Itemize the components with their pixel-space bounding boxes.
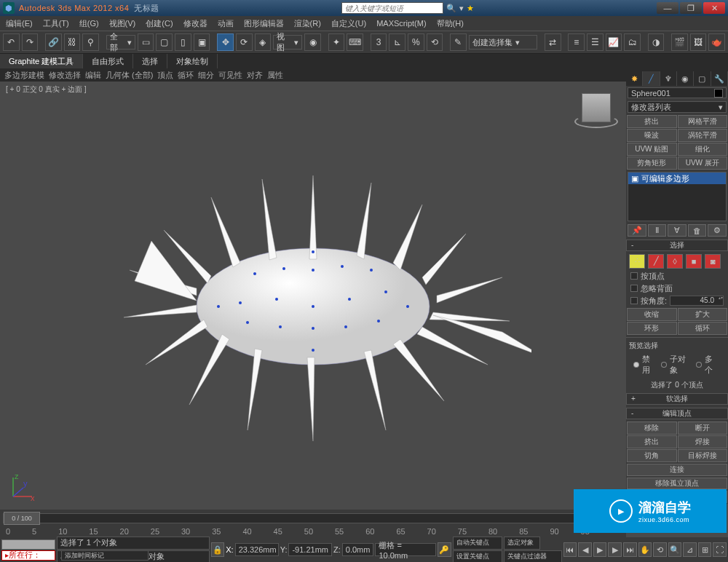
- axis-gizmo[interactable]: zxy: [7, 473, 36, 502]
- menu-customize[interactable]: 自定义(U): [331, 18, 366, 29]
- mod-extrude[interactable]: 挤出: [627, 115, 677, 128]
- nav-max-button[interactable]: ⛶: [713, 542, 727, 557]
- select-button[interactable]: ▭: [138, 33, 154, 51]
- nav-zoom-button[interactable]: 🔍: [668, 542, 682, 557]
- schematic-view-button[interactable]: 🗂: [624, 33, 641, 51]
- radio-subobj[interactable]: [661, 362, 667, 368]
- refcoord-dropdown[interactable]: 视图▾: [273, 35, 302, 50]
- selkey-dropdown[interactable]: 选定对象: [504, 537, 540, 550]
- tab-utilities[interactable]: 🔧: [711, 71, 728, 86]
- keyboard-shortcut-button[interactable]: ⌨: [347, 33, 363, 51]
- favorite-icon[interactable]: ★: [467, 4, 474, 13]
- time-tag-icon[interactable]: 🔑: [438, 542, 451, 557]
- addtime-field[interactable]: 添加时间标记: [61, 550, 149, 561]
- subobj-border[interactable]: ◊: [667, 254, 683, 269]
- shrink-button[interactable]: 收缩: [627, 308, 677, 321]
- maximize-button[interactable]: ❐: [680, 2, 702, 14]
- nav-orbit-button[interactable]: ⟲: [653, 542, 667, 557]
- curve-editor-button[interactable]: 📈: [606, 33, 622, 51]
- named-selection-dropdown[interactable]: 创建选择集▾: [469, 35, 537, 50]
- ribbon-tab-selection[interactable]: 选择: [133, 54, 167, 68]
- menu-views[interactable]: 视图(V): [109, 18, 136, 29]
- show-end-button[interactable]: Ⅱ: [648, 224, 667, 237]
- mod-turbosmooth[interactable]: 涡轮平滑: [678, 129, 728, 142]
- close-button[interactable]: ✕: [703, 2, 725, 14]
- select-scale-button[interactable]: ◈: [255, 33, 272, 51]
- mod-noise[interactable]: 噪波: [627, 129, 677, 142]
- pin-stack-button[interactable]: 📌: [628, 224, 646, 237]
- subobj-element[interactable]: ◙: [705, 254, 721, 269]
- pivot-button[interactable]: ◉: [304, 33, 321, 51]
- link-button[interactable]: 🔗: [45, 33, 62, 51]
- coord-x-field[interactable]: 23.326mm: [235, 543, 279, 556]
- modifier-list-dropdown[interactable]: 修改器列表▾: [628, 101, 727, 113]
- stack-item-editablepoly[interactable]: ▣可编辑多边形: [628, 173, 726, 184]
- menu-create[interactable]: 创建(C): [146, 18, 173, 29]
- menu-help[interactable]: 帮助(H): [437, 18, 464, 29]
- undo-button[interactable]: ↶: [3, 33, 20, 51]
- remove-button[interactable]: 移除: [627, 422, 677, 435]
- menu-group[interactable]: 组(G): [79, 18, 99, 29]
- select-name-button[interactable]: ▢: [156, 33, 173, 51]
- grow-button[interactable]: 扩大: [678, 308, 728, 321]
- select-move-button[interactable]: ✥: [217, 33, 234, 51]
- mod-uvwmap[interactable]: UVW 贴图: [627, 143, 677, 156]
- subtab-loop[interactable]: 循环: [178, 70, 194, 81]
- targetweld-button[interactable]: 目标焊接: [678, 449, 728, 462]
- percent-snap-button[interactable]: %: [408, 33, 424, 51]
- next-frame-button[interactable]: ▶: [608, 542, 622, 557]
- edit-named-sel-button[interactable]: ✎: [450, 33, 467, 51]
- tab-hierarchy[interactable]: ♆: [660, 71, 677, 86]
- bind-button[interactable]: ⚲: [82, 33, 99, 51]
- dropdown-icon[interactable]: ▾: [459, 4, 464, 13]
- tab-modify[interactable]: ╱: [643, 71, 660, 86]
- menu-edit[interactable]: 编辑(E): [6, 18, 33, 29]
- setkey-button[interactable]: 设置关键点: [453, 550, 502, 563]
- rollout-softsel[interactable]: 软选择: [626, 393, 728, 405]
- layers-button[interactable]: ☰: [587, 33, 604, 51]
- coord-y-field[interactable]: -91.21mm: [288, 543, 332, 556]
- snap-toggle-button[interactable]: 3: [371, 33, 387, 51]
- subobj-edge[interactable]: ╱: [648, 254, 664, 269]
- mirror-button[interactable]: ⇄: [545, 33, 561, 51]
- mod-meshsmooth[interactable]: 网格平滑: [678, 115, 728, 128]
- coord-z-field[interactable]: 0.0mm: [342, 543, 374, 556]
- menu-animation[interactable]: 动画: [218, 18, 234, 29]
- play-button[interactable]: ▶: [593, 542, 607, 557]
- nav-fov-button[interactable]: ⊿: [683, 542, 697, 557]
- ribbon-tab-freeform[interactable]: 自由形式: [83, 54, 133, 68]
- modifier-stack[interactable]: ▣可编辑多边形: [628, 172, 727, 221]
- check-byangle[interactable]: [630, 297, 638, 304]
- config-sets-button[interactable]: ⚙: [708, 224, 727, 237]
- subobj-vertex[interactable]: ∴: [629, 254, 645, 269]
- manipulate-button[interactable]: ✦: [328, 33, 345, 51]
- rollout-editverts[interactable]: 编辑顶点: [626, 408, 728, 419]
- check-ignoreback[interactable]: 忽略背面: [626, 282, 728, 295]
- object-name-field[interactable]: Sphere001: [628, 87, 727, 98]
- menu-maxscript[interactable]: MAXScript(M): [376, 19, 426, 28]
- time-slider-thumb[interactable]: 0 / 100: [4, 512, 40, 525]
- break-button[interactable]: 断开: [678, 422, 728, 435]
- subtab-properties[interactable]: 属性: [267, 70, 283, 81]
- loop-button[interactable]: 循环: [678, 322, 728, 335]
- select-rotate-button[interactable]: ⟳: [236, 33, 253, 51]
- material-editor-button[interactable]: ◑: [648, 33, 665, 51]
- subtab-vertex[interactable]: 顶点: [157, 70, 173, 81]
- app-logo-icon[interactable]: ⬢: [3, 2, 15, 14]
- time-slider[interactable]: 0 / 100: [0, 510, 626, 527]
- nav-zoom-ext-button[interactable]: ⊞: [698, 542, 712, 557]
- angle-snap-button[interactable]: ⊾: [389, 33, 405, 51]
- ring-button[interactable]: 环形: [627, 322, 677, 335]
- menu-rendering[interactable]: 渲染(R): [294, 18, 321, 29]
- viewport[interactable]: [ + 0 正交 0 真实 + 边面 ]: [0, 82, 626, 510]
- menu-tools[interactable]: 工具(T): [43, 18, 69, 29]
- autokey-button[interactable]: 自动关键点: [453, 537, 502, 550]
- angle-spinner[interactable]: 45.0: [670, 296, 724, 306]
- selection-filter-dropdown[interactable]: 全部▾: [106, 35, 135, 50]
- subtab-edit[interactable]: 编辑: [85, 70, 101, 81]
- tab-motion[interactable]: ◉: [677, 71, 694, 86]
- window-crossing-button[interactable]: ▣: [194, 33, 210, 51]
- keyfilter-button[interactable]: 关键点过滤器: [504, 550, 562, 563]
- redo-button[interactable]: ↷: [22, 33, 39, 51]
- select-region-button[interactable]: ▯: [175, 33, 191, 51]
